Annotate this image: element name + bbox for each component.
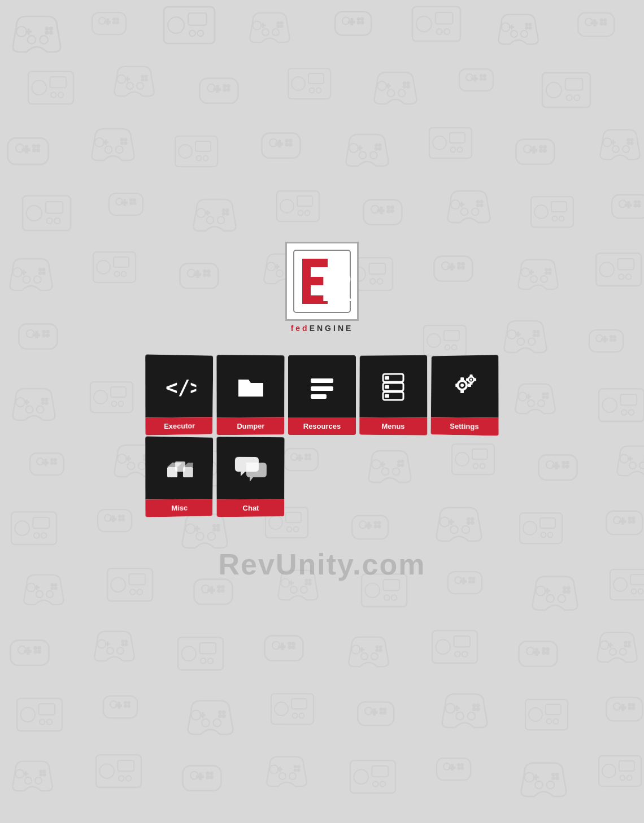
- svg-rect-37: [460, 377, 464, 381]
- executor-label: Executor: [145, 417, 212, 435]
- chat-label: Chat: [217, 499, 285, 517]
- logo-box: R: [285, 242, 359, 321]
- svg-rect-45: [466, 378, 468, 381]
- misc-icon: [163, 451, 197, 485]
- menus-icon: [376, 369, 410, 403]
- svg-rect-33: [385, 385, 389, 389]
- executor-card[interactable]: </> Executor: [145, 354, 213, 435]
- misc-card[interactable]: Misc: [145, 436, 213, 517]
- svg-rect-32: [385, 376, 389, 380]
- resources-card[interactable]: Resources: [288, 355, 356, 435]
- svg-rect-38: [460, 390, 464, 393]
- svg-text:R: R: [320, 260, 353, 311]
- svg-rect-26: [311, 378, 333, 383]
- watermark: RevUnity.com: [219, 547, 426, 581]
- logo-container: R fedENGINE: [285, 242, 359, 333]
- dumper-card[interactable]: Dumper: [216, 355, 284, 435]
- misc-label: Misc: [145, 499, 212, 517]
- misc-icon-area: [145, 436, 213, 499]
- settings-icon-area: [431, 355, 499, 417]
- svg-rect-39: [455, 384, 459, 387]
- menu-row-1: </> Executor Dumper: [144, 355, 500, 435]
- svg-rect-28: [311, 394, 327, 399]
- settings-label: Settings: [431, 417, 499, 436]
- svg-rect-46: [474, 378, 476, 381]
- executor-icon-area: </>: [145, 354, 213, 417]
- chat-card[interactable]: Chat: [216, 437, 284, 517]
- brand-red: fed: [291, 324, 310, 333]
- main-content: R fedENGINE </> Executor: [0, 0, 644, 823]
- chat-icon-area: [216, 437, 284, 499]
- menu-grid: </> Executor Dumper: [144, 355, 500, 519]
- menus-card[interactable]: Menus: [359, 355, 427, 436]
- svg-rect-49: [183, 467, 193, 477]
- dumper-icon-area: [216, 355, 284, 417]
- menu-row-2: Misc Chat: [144, 437, 286, 517]
- logo-svg: R: [291, 247, 353, 315]
- svg-point-36: [460, 384, 464, 387]
- svg-rect-43: [470, 375, 473, 377]
- dumper-label: Dumper: [217, 417, 285, 436]
- resources-icon-area: [288, 355, 356, 417]
- svg-rect-27: [311, 386, 333, 391]
- chat-icon: [234, 451, 268, 485]
- svg-point-42: [470, 378, 472, 381]
- svg-rect-34: [385, 394, 389, 398]
- resources-icon: [305, 369, 339, 403]
- menus-label: Menus: [359, 417, 427, 436]
- resources-label: Resources: [288, 417, 356, 435]
- executor-icon: </>: [163, 369, 197, 403]
- brand-dark: ENGINE: [310, 324, 354, 333]
- menus-icon-area: [359, 355, 427, 418]
- svg-rect-44: [470, 382, 473, 385]
- brand-label: fedENGINE: [291, 324, 354, 333]
- svg-text:</>: </>: [166, 375, 197, 399]
- settings-card[interactable]: Settings: [431, 355, 499, 436]
- dumper-icon: [234, 369, 268, 403]
- settings-icon: [447, 369, 481, 403]
